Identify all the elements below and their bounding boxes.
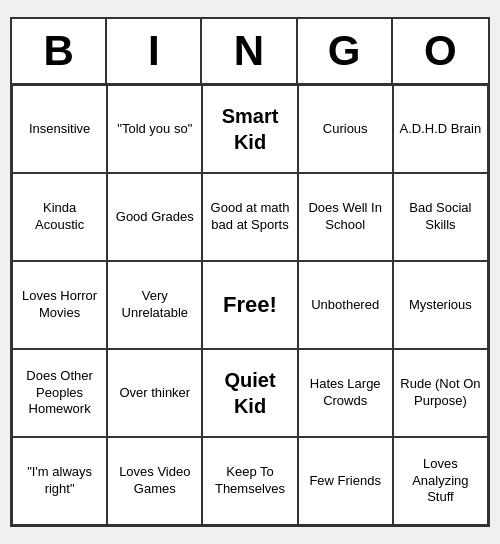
bingo-cell-19[interactable]: Rude (Not On Purpose) [393, 349, 488, 437]
bingo-letter-b: B [12, 19, 107, 83]
bingo-cell-11[interactable]: Very Unrelatable [107, 261, 202, 349]
bingo-letter-g: G [298, 19, 393, 83]
bingo-cell-2[interactable]: Smart Kid [202, 85, 297, 173]
bingo-grid: Insensitive"Told you so"Smart KidCurious… [12, 85, 488, 525]
bingo-cell-16[interactable]: Over thinker [107, 349, 202, 437]
bingo-cell-15[interactable]: Does Other Peoples Homework [12, 349, 107, 437]
bingo-cell-3[interactable]: Curious [298, 85, 393, 173]
bingo-cell-4[interactable]: A.D.H.D Brain [393, 85, 488, 173]
bingo-cell-21[interactable]: Loves Video Games [107, 437, 202, 525]
bingo-cell-18[interactable]: Hates Large Crowds [298, 349, 393, 437]
bingo-letter-n: N [202, 19, 297, 83]
bingo-cell-23[interactable]: Few Friends [298, 437, 393, 525]
bingo-cell-14[interactable]: Mysterious [393, 261, 488, 349]
bingo-cell-13[interactable]: Unbothered [298, 261, 393, 349]
free-cell[interactable]: Free! [202, 261, 297, 349]
bingo-cell-5[interactable]: Kinda Acoustic [12, 173, 107, 261]
bingo-cell-10[interactable]: Loves Horror Movies [12, 261, 107, 349]
bingo-cell-0[interactable]: Insensitive [12, 85, 107, 173]
bingo-cell-9[interactable]: Bad Social Skills [393, 173, 488, 261]
bingo-letter-i: I [107, 19, 202, 83]
bingo-cell-7[interactable]: Good at math bad at Sports [202, 173, 297, 261]
bingo-cell-17[interactable]: Quiet Kid [202, 349, 297, 437]
bingo-letter-o: O [393, 19, 488, 83]
bingo-cell-1[interactable]: "Told you so" [107, 85, 202, 173]
bingo-cell-20[interactable]: "I'm always right" [12, 437, 107, 525]
bingo-cell-24[interactable]: Loves Analyzing Stuff [393, 437, 488, 525]
bingo-cell-22[interactable]: Keep To Themselves [202, 437, 297, 525]
bingo-cell-6[interactable]: Good Grades [107, 173, 202, 261]
bingo-cell-8[interactable]: Does Well In School [298, 173, 393, 261]
bingo-header: BINGO [12, 19, 488, 85]
bingo-card: BINGO Insensitive"Told you so"Smart KidC… [10, 17, 490, 527]
